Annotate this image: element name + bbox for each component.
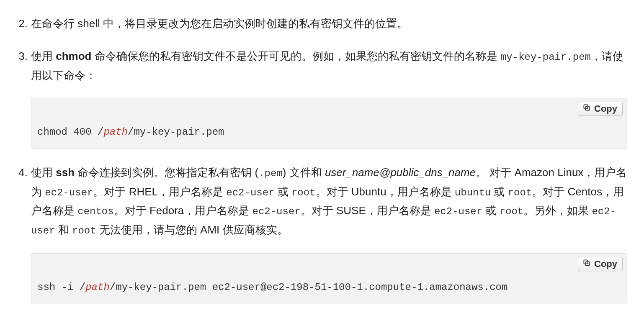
user-ec2user: ec2-user — [226, 187, 274, 198]
user-root: root — [500, 206, 524, 217]
user-ec2user: ec2-user — [252, 206, 300, 217]
instructions-list: 2. 在命令行 shell 中，将目录更改为您在启动实例时创建的私有密钥文件的位… — [0, 14, 644, 318]
userhost-placeholder: user_name@public_dns_name — [325, 166, 476, 179]
step-3-text: 使用 chmod 命令确保您的私有密钥文件不是公开可见的。例如，如果您的私有密钥… — [31, 50, 623, 82]
replaceable-path: path — [103, 126, 128, 138]
user-centos: centos — [77, 206, 113, 217]
pem-ext: .pem — [258, 168, 283, 179]
code-block-ssh: Copy ssh -i /path/my-key-pair.pem ec2-us… — [31, 253, 627, 304]
step-3-number: 3. — [13, 47, 28, 65]
replaceable-path: path — [85, 282, 110, 293]
copy-button[interactable]: Copy — [578, 102, 623, 116]
copy-icon — [582, 103, 591, 114]
step-2-text: 在命令行 shell 中，将目录更改为您在启动实例时创建的私有密钥文件的位置。 — [31, 17, 408, 30]
code-ssh[interactable]: ssh -i /path/my-key-pair.pem ec2-user@ec… — [37, 280, 621, 295]
copy-icon — [582, 259, 591, 269]
user-root: root — [72, 225, 96, 236]
user-ec2user: ec2-user — [45, 187, 93, 198]
step-4-text: 使用 ssh 命令连接到实例。您将指定私有密钥 (.pem) 文件和 user_… — [31, 166, 627, 236]
ssh-command: ssh — [56, 166, 75, 179]
user-root: root — [508, 187, 532, 198]
user-ec2user: ec2-user — [434, 206, 482, 217]
step-4: 4. 使用 ssh 命令连接到实例。您将指定私有密钥 (.pem) 文件和 us… — [13, 163, 627, 304]
step-2: 2. 在命令行 shell 中，将目录更改为您在启动实例时创建的私有密钥文件的位… — [13, 14, 627, 33]
copy-label: Copy — [594, 103, 617, 114]
step-4-number: 4. — [13, 163, 28, 182]
code-chmod[interactable]: chmod 400 /path/my-key-pair.pem — [37, 125, 621, 139]
copy-label: Copy — [594, 259, 617, 269]
step-3: 3. 使用 chmod 命令确保您的私有密钥文件不是公开可见的。例如，如果您的私… — [13, 47, 627, 149]
chmod-command: chmod — [56, 50, 91, 62]
keyfile-name: my-key-pair.pem — [500, 51, 591, 63]
user-ubuntu: ubuntu — [455, 187, 491, 198]
user-root: root — [291, 187, 316, 198]
code-block-chmod: Copy chmod 400 /path/my-key-pair.pem — [31, 98, 627, 149]
copy-button[interactable]: Copy — [578, 257, 623, 271]
step-2-number: 2. — [13, 14, 28, 33]
